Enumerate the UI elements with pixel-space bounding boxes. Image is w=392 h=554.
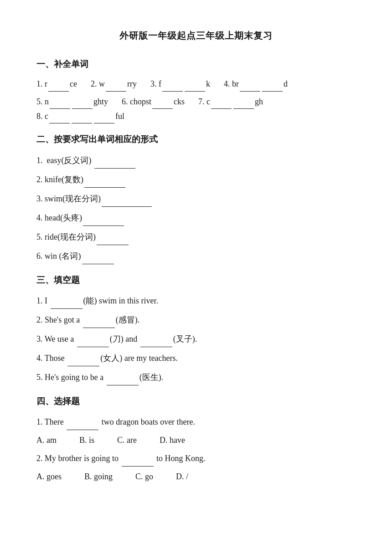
page-title: 外研版一年级起点三年级上期末复习: [36, 27, 356, 44]
section3-q1: 1. I (能) swim in this river.: [36, 292, 356, 309]
section1-row1: 1. rce 2. wrry 3. fk 4. brd: [36, 77, 356, 91]
section3-header: 三、填空题: [36, 272, 356, 288]
choice-C1: C. are: [117, 433, 137, 447]
section1-item3: 3. fk: [150, 77, 210, 91]
section2-q6: 6. win (名词): [36, 248, 356, 264]
section1-item7: 7. cgh: [198, 94, 263, 109]
section1-item8: 8. cful: [36, 109, 124, 123]
section1-row2: 5. nghty 6. chopstcks 7. cgh 8. cful: [36, 94, 356, 124]
section2-header: 二、按要求写出单词相应的形式: [36, 132, 356, 147]
choice-A1: A. am: [36, 433, 57, 447]
section2-q5: 5. ride(现在分词): [36, 229, 356, 245]
section4-q2-choices: A. goes B. going C. go D. /: [36, 469, 356, 484]
section3-q5: 5. He's going to be a (医生).: [36, 369, 356, 385]
section1-item1: 1. rce: [36, 77, 77, 91]
section3-q3: 3. We use a (刀) and (叉子).: [36, 331, 356, 347]
section4-q1-text: 1. There two dragon boats over there.: [36, 414, 356, 430]
section2-q4: 4. head(头疼): [36, 210, 356, 226]
choice-D2: D. /: [176, 469, 188, 484]
section3-q4: 4. Those (女人) are my teachers.: [36, 350, 356, 366]
section2-q3: 3. swim(现在分词): [36, 190, 356, 207]
section2-q2: 2. knife(复数): [36, 171, 356, 188]
section3-q2: 2. She's got a (感冒).: [36, 312, 356, 328]
section1-header: 一、补全单词: [36, 56, 356, 72]
section1-item4: 4. brd: [224, 77, 288, 91]
section4-header: 四、选择题: [36, 394, 356, 409]
section4-q2-text: 2. My brother is going to to Hong Kong.: [36, 450, 356, 467]
choice-A2: A. goes: [36, 469, 62, 484]
section1-item5: 5. nghty: [36, 94, 108, 109]
choice-B2: B. going: [84, 469, 113, 484]
section1-item6: 6. chopstcks: [122, 94, 185, 109]
section4-q1-choices: A. am B. is C. are D. have: [36, 433, 356, 447]
choice-C2: C. go: [135, 469, 153, 484]
choice-D1: D. have: [160, 433, 185, 447]
section2-q1: 1. easy(反义词): [36, 152, 356, 169]
section1-item2: 2. wrry: [91, 77, 137, 91]
choice-B1: B. is: [79, 433, 94, 447]
